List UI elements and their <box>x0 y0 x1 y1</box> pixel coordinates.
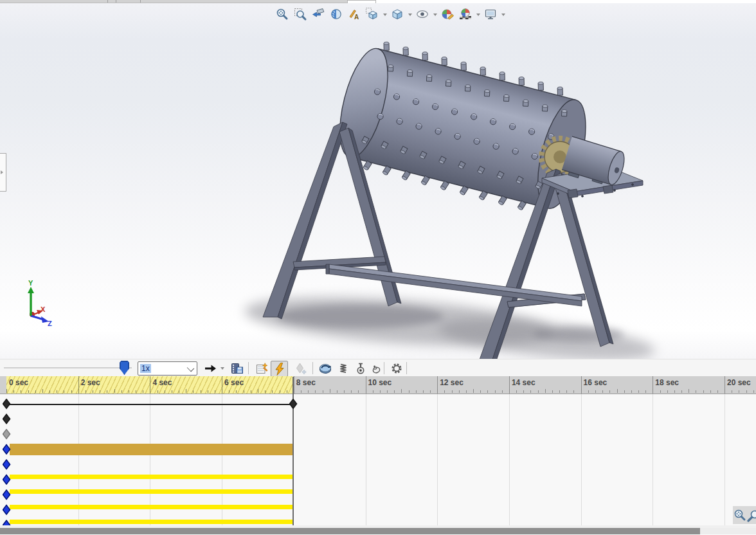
change-bar[interactable] <box>10 489 293 494</box>
save-animation-button[interactable] <box>229 361 245 376</box>
section-view-icon[interactable] <box>328 6 345 23</box>
graphics-viewport[interactable]: X Z Y A <box>0 3 756 359</box>
change-bar[interactable] <box>10 475 293 479</box>
track-gridline <box>509 394 510 525</box>
change-bar[interactable] <box>10 520 293 524</box>
keyframe-diamond[interactable] <box>3 429 11 440</box>
ruler-tick <box>193 390 194 393</box>
play-mode-button[interactable] <box>202 361 218 376</box>
ruler-tick <box>530 390 531 393</box>
ruler-tick <box>394 390 395 393</box>
keyframe-diamond[interactable] <box>3 459 11 470</box>
timeline-zoom-fit-button[interactable] <box>733 507 747 523</box>
ruler-tick <box>696 390 696 393</box>
toolbar-separator <box>312 362 313 374</box>
dropdown-arrow-icon[interactable] <box>219 359 225 376</box>
keyframe-diamond[interactable] <box>289 399 298 410</box>
ruler-tick <box>172 390 172 393</box>
dropdown-arrow-icon[interactable] <box>432 6 438 23</box>
ruler-tick <box>667 390 668 393</box>
tab-divider <box>116 0 116 3</box>
ruler-tick <box>57 390 57 393</box>
dropdown-arrow-icon[interactable] <box>475 6 481 23</box>
change-bar[interactable] <box>10 505 293 509</box>
damper-button[interactable] <box>352 361 368 376</box>
zoom-to-fit-icon[interactable] <box>274 6 291 23</box>
ruler-tick <box>624 390 625 393</box>
ruler-tick <box>122 390 122 393</box>
motor-bar[interactable] <box>10 444 293 455</box>
ruler-tick <box>452 390 453 393</box>
keyframe-diamond[interactable] <box>3 413 11 424</box>
ruler-label: 16 sec <box>584 378 608 387</box>
ruler-tick <box>229 390 230 393</box>
heads-up-toolbar: A <box>274 5 506 24</box>
hide-show-items-icon[interactable] <box>414 6 431 23</box>
triad-y-label: Y <box>28 279 33 287</box>
timeline-ruler[interactable]: 0 sec2 sec4 sec6 sec8 sec10 sec12 sec14 … <box>0 376 756 394</box>
motor-button[interactable] <box>317 361 333 376</box>
timeline-tracks[interactable] <box>0 394 756 525</box>
ruler-tick <box>495 390 496 393</box>
collapsed-panel-tab[interactable] <box>0 153 6 192</box>
hscrollbar-thumb[interactable] <box>0 528 700 534</box>
ruler-label: 6 sec <box>224 378 244 387</box>
ruler-tick <box>602 390 603 393</box>
contact-button[interactable] <box>368 361 384 376</box>
ruler-tick <box>114 389 115 393</box>
ruler-tick <box>681 390 682 393</box>
dropdown-arrow-icon[interactable] <box>382 6 388 23</box>
ruler-tick <box>732 390 732 393</box>
display-style-icon[interactable] <box>389 6 406 23</box>
timeline-hscrollbar[interactable] <box>0 528 756 534</box>
ruler-tick <box>459 390 460 393</box>
orientation-triad: X Z Y <box>28 279 52 327</box>
keyframe-diamond[interactable] <box>3 399 11 410</box>
timeline-zoom-button[interactable] <box>747 507 756 523</box>
zoom-to-area-icon[interactable] <box>292 6 309 23</box>
ruler-tick <box>509 389 510 393</box>
previous-view-icon[interactable] <box>310 6 327 23</box>
ruler-tick <box>21 390 21 393</box>
ruler-tick <box>724 389 725 393</box>
ruler-tick <box>717 390 718 393</box>
ruler-tick <box>595 390 596 393</box>
ruler-tick <box>703 390 704 393</box>
ruler-tick <box>236 390 237 393</box>
track-gridline <box>581 394 582 525</box>
ruler-tick <box>487 390 488 393</box>
view-orientation-icon[interactable] <box>364 6 381 23</box>
ruler-tick <box>272 390 273 393</box>
edit-appearance-icon[interactable] <box>439 6 456 23</box>
ruler-tick <box>617 389 618 393</box>
animation-wizard-button[interactable] <box>253 361 269 376</box>
dropdown-arrow-icon[interactable] <box>500 6 506 23</box>
ruler-tick <box>136 390 136 393</box>
dropdown-arrow-icon[interactable] <box>407 6 413 23</box>
ruler-tick <box>538 390 539 393</box>
ruler-label: 4 sec <box>152 378 172 387</box>
ruler-tick <box>416 390 417 393</box>
ruler-tick <box>150 389 150 393</box>
ruler-tick <box>222 389 222 393</box>
motion-properties-button[interactable] <box>388 361 404 376</box>
toolbar-separator <box>406 362 407 374</box>
solidworks-motion-study-window: X Z Y A 1x 0 sec2 sec4 s <box>0 0 756 535</box>
view-settings-icon[interactable] <box>482 6 499 23</box>
ruler-tick <box>631 390 632 393</box>
ruler-tick <box>265 390 266 393</box>
ruler-tick <box>366 389 366 393</box>
ruler-tick <box>401 389 402 393</box>
calculate-button[interactable] <box>271 361 288 377</box>
spring-button[interactable] <box>335 361 351 376</box>
add-key-button[interactable] <box>292 361 309 376</box>
playback-speed-select[interactable]: 1x <box>138 361 197 376</box>
ruler-tick <box>746 390 747 393</box>
ruler-tick <box>35 390 36 393</box>
playback-slider-thumb[interactable] <box>120 361 129 375</box>
apply-scene-icon[interactable] <box>457 6 474 23</box>
ruler-tick <box>552 390 553 393</box>
playback-slider-track[interactable] <box>4 367 132 369</box>
ruler-label: 20 sec <box>727 378 751 387</box>
hide-show-annotations-icon[interactable]: A <box>346 6 363 23</box>
